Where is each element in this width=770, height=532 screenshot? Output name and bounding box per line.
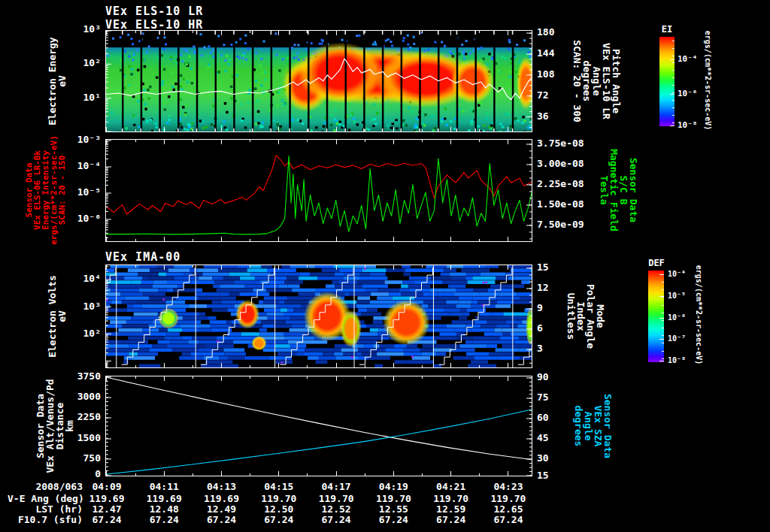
table-value: 67.24 bbox=[372, 515, 414, 525]
ima-spectrogram-panel bbox=[105, 264, 532, 368]
table-value: 12.48 bbox=[143, 504, 185, 515]
colorbar-tick bbox=[662, 274, 664, 275]
altitude-tick-label: 750 bbox=[47, 453, 101, 464]
sza-tick-label: 75 bbox=[537, 392, 597, 403]
els-ylabel-line: eV bbox=[57, 37, 67, 125]
table-row-label-lst: LST (hr) bbox=[8, 504, 83, 515]
colorbar-tick bbox=[672, 70, 675, 71]
colorbar-tick bbox=[662, 358, 664, 359]
colorbar-tick bbox=[662, 297, 664, 298]
time-tick-label: 04:11 bbox=[143, 482, 185, 492]
intensity-bfield-panel bbox=[105, 139, 532, 242]
colorbar-tick bbox=[662, 328, 664, 328]
els-title-lr: VEx ELS-10 LR bbox=[105, 5, 203, 18]
table-value: 119.69 bbox=[143, 494, 185, 504]
colorbar-tick bbox=[672, 41, 675, 41]
sza-tick-label: 15 bbox=[537, 470, 597, 481]
table-value: 12.49 bbox=[201, 504, 243, 515]
els-ytick-label: 10¹ bbox=[47, 92, 101, 103]
table-row-label-f107: F10.7 (sfu) bbox=[8, 515, 83, 525]
els-spectrogram-canvas bbox=[105, 30, 532, 132]
date-label: 2008/063 bbox=[8, 482, 83, 492]
bfield-tick-label: 1.50e-08 bbox=[537, 199, 597, 210]
table-value: 67.24 bbox=[315, 515, 357, 525]
index-tick-label: 3 bbox=[537, 343, 597, 354]
intensity-ytick-label: 10⁻⁴ bbox=[47, 161, 101, 171]
ima-spectrogram-canvas bbox=[105, 264, 532, 368]
ei-colorbar-tick-label: 10⁻⁶ bbox=[678, 89, 698, 98]
intensity-ytick-label: 10⁻⁶ bbox=[47, 213, 101, 224]
table-value: 12.59 bbox=[430, 504, 472, 515]
table-value: 67.24 bbox=[143, 515, 185, 525]
def-colorbar-tick-label: 10⁻⁶ bbox=[668, 313, 686, 322]
ei-colorbar bbox=[659, 37, 675, 126]
bfield-tick-label: 7.50e-09 bbox=[537, 219, 597, 230]
colorbar-tick bbox=[672, 62, 675, 63]
table-value: 119.70 bbox=[430, 494, 472, 504]
time-tick-label: 04:21 bbox=[430, 482, 472, 492]
index-tick-label: 6 bbox=[537, 323, 597, 334]
pitch-angle-tick-label: 36 bbox=[537, 111, 597, 122]
table-value: 67.24 bbox=[86, 515, 128, 525]
colorbar-tick bbox=[659, 339, 664, 340]
time-tick-label: 04:17 bbox=[315, 482, 357, 492]
table-value: 12.50 bbox=[258, 504, 300, 515]
intensity-bfield-canvas bbox=[105, 139, 532, 242]
table-value: 119.70 bbox=[372, 494, 414, 504]
colorbar-tick bbox=[662, 343, 664, 343]
def-colorbar-tick-label: 10⁻⁷ bbox=[668, 334, 686, 343]
colorbar-tick bbox=[672, 92, 675, 93]
colorbar-tick bbox=[662, 335, 664, 336]
ei-colorbar-tick-label: 10⁻⁸ bbox=[678, 121, 698, 130]
table-value: 119.69 bbox=[86, 494, 128, 504]
table-value: 119.69 bbox=[201, 494, 243, 504]
ima-right-label-line: Mode bbox=[596, 284, 605, 349]
table-value: 119.70 bbox=[487, 494, 529, 504]
def-colorbar-tick-label: 10⁻⁴ bbox=[668, 270, 686, 279]
sza-tick-label: 45 bbox=[537, 433, 597, 443]
colorbar-tick bbox=[670, 94, 675, 95]
index-tick-label: 15 bbox=[537, 262, 597, 273]
sza-right-label-line: Angle bbox=[584, 394, 593, 458]
table-value: 12.47 bbox=[86, 504, 128, 515]
def-colorbar bbox=[648, 271, 664, 362]
els-right-label-line: VEx ELS-10 LR bbox=[602, 40, 611, 122]
pitch-angle-tick-label: 144 bbox=[537, 48, 597, 59]
els-right-label-line: Pitch Angle bbox=[611, 40, 621, 122]
colorbar-tick bbox=[672, 100, 675, 101]
altitude-tick-label: 3750 bbox=[47, 371, 101, 382]
bfield-right-label-line: Sensor Data bbox=[629, 149, 638, 231]
table-value: 119.70 bbox=[258, 494, 300, 504]
table-value: 67.24 bbox=[487, 515, 529, 525]
colorbar-tick bbox=[672, 56, 675, 56]
ima-ytick-label: 10² bbox=[47, 328, 101, 339]
time-tick-label: 04:19 bbox=[372, 482, 414, 492]
els-ytick-label: 10² bbox=[47, 58, 101, 68]
time-tick-label: 04:09 bbox=[86, 482, 128, 492]
ima-ylabel-line: eV bbox=[57, 275, 67, 358]
colorbar-tick bbox=[670, 59, 675, 60]
colorbar-tick bbox=[672, 77, 675, 78]
altitude-tick-label: 1500 bbox=[47, 433, 101, 443]
ima-right-label-line: Polar Angle bbox=[586, 284, 596, 349]
sza-tick-label: 30 bbox=[537, 453, 597, 464]
altitude-tick-label: 2250 bbox=[47, 412, 101, 422]
ima-ytick-label: 10³ bbox=[47, 301, 101, 312]
sza-right-label-line: degrees bbox=[574, 394, 584, 458]
table-row-label-veang: V-E Ang (deg) bbox=[8, 494, 83, 504]
table-value: 67.24 bbox=[258, 515, 300, 525]
table-value: 12.52 bbox=[315, 504, 357, 515]
bfield-right-label-line: Magnetic Field bbox=[609, 149, 619, 231]
altitude-tick-label: 3000 bbox=[47, 391, 101, 402]
ima-right-label-line: Unitless bbox=[566, 284, 576, 349]
colorbar-tick bbox=[662, 320, 664, 321]
sza-right-label-line: Sensor Data bbox=[603, 394, 613, 458]
ima-ytick-label: 10⁴ bbox=[47, 274, 101, 284]
colorbar-tick bbox=[662, 351, 664, 352]
colorbar-tick bbox=[662, 305, 664, 306]
colorbar-tick bbox=[659, 318, 664, 319]
bfield-tick-label: 3.75e-08 bbox=[537, 138, 597, 149]
colorbar-tick bbox=[670, 125, 675, 126]
colorbar-tick bbox=[662, 282, 664, 283]
vex-multi-panel-plot: VEx ELS-10 LR VEx ELS-10 HR VEx IMA-00 E… bbox=[0, 0, 770, 532]
